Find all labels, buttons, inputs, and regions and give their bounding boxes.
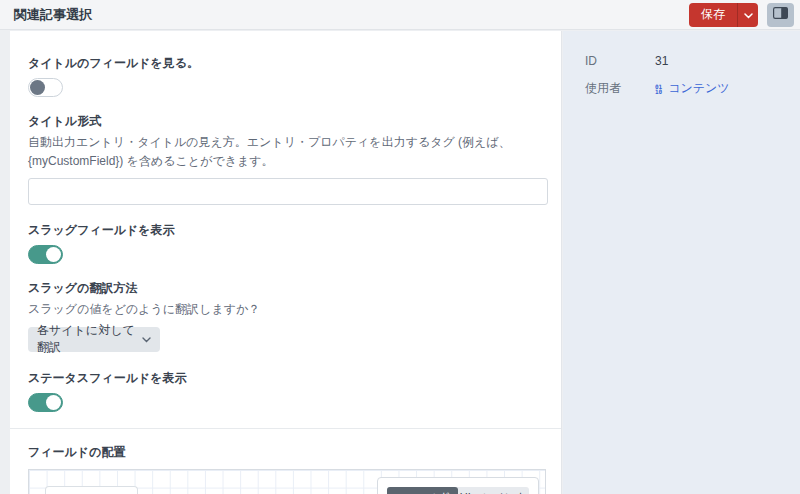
tab-ui-elements[interactable]: UIエレメント bbox=[458, 487, 529, 494]
chevron-down-icon bbox=[744, 7, 753, 22]
content-group-tab[interactable]: Content ··· bbox=[45, 486, 138, 494]
content-structure-icon: 0110 bbox=[655, 84, 662, 94]
slug-translation-description: スラッグの値をどのように翻訳しますか？ bbox=[28, 300, 545, 319]
content-group-card: Content ··· タイトル title ··· bbox=[45, 486, 210, 494]
title-format-description: 自動出力エントリ・タイトルの見え方。エントリ・プロパティを出力するタグ (例えば… bbox=[28, 133, 545, 170]
meta-sidebar: ID 31 使用者 0110 コンテンツ bbox=[563, 31, 800, 494]
show-slug-field-toggle[interactable] bbox=[28, 245, 63, 264]
chevron-down-icon bbox=[142, 332, 151, 346]
show-slug-field-label: スラッグフィールドを表示 bbox=[28, 222, 545, 239]
save-dropdown-button[interactable] bbox=[737, 3, 758, 27]
field-layout-canvas: Content ··· タイトル title ··· bbox=[28, 469, 546, 494]
show-title-field-label: タイトルのフィールドを見る。 bbox=[28, 55, 545, 72]
slug-translation-label: スラッグの翻訳方法 bbox=[28, 280, 545, 297]
show-status-field-label: ステータスフィールドを表示 bbox=[28, 370, 545, 387]
page-title: 関連記事選択 bbox=[14, 6, 689, 24]
save-button[interactable]: 保存 bbox=[689, 3, 737, 27]
toggle-sidebar-button[interactable] bbox=[767, 3, 794, 27]
page-header: 関連記事選択 保存 bbox=[0, 0, 800, 30]
palette-tabs: フィールド UIエレメント bbox=[387, 487, 529, 494]
save-split-button: 保存 bbox=[689, 3, 758, 27]
section-divider bbox=[10, 428, 561, 429]
app-window: 関連記事選択 保存 タイトルのフィールドを見る。 タイトル形式 自動出力エントリ… bbox=[0, 0, 800, 494]
content-link-label: コンテンツ bbox=[668, 80, 729, 97]
title-format-input[interactable] bbox=[28, 178, 548, 205]
user-label: 使用者 bbox=[585, 80, 655, 97]
settings-panel: タイトルのフィールドを見る。 タイトル形式 自動出力エントリ・タイトルの見え方。… bbox=[10, 31, 562, 494]
id-row: ID 31 bbox=[585, 54, 800, 68]
show-title-field-toggle[interactable] bbox=[28, 78, 63, 97]
show-status-field-toggle[interactable] bbox=[28, 393, 63, 412]
user-row: 使用者 0110 コンテンツ bbox=[585, 80, 800, 97]
field-palette: フィールド UIエレメント カスタムフィールド bookmark categor… bbox=[377, 477, 539, 494]
slug-translation-select[interactable]: 各サイトに対して翻訳 bbox=[28, 327, 160, 352]
content-link[interactable]: 0110 コンテンツ bbox=[655, 80, 730, 97]
title-format-label: タイトル形式 bbox=[28, 113, 545, 130]
field-layout-label: フィールドの配置 bbox=[28, 444, 545, 461]
id-value: 31 bbox=[655, 54, 668, 68]
toggle-knob bbox=[46, 395, 61, 410]
tab-fields[interactable]: フィールド bbox=[387, 487, 458, 494]
sidebar-panel-icon bbox=[773, 7, 788, 22]
select-value: 各サイトに対して翻訳 bbox=[37, 322, 142, 356]
toggle-knob bbox=[30, 80, 45, 95]
id-label: ID bbox=[585, 54, 655, 68]
toggle-knob bbox=[46, 247, 61, 262]
